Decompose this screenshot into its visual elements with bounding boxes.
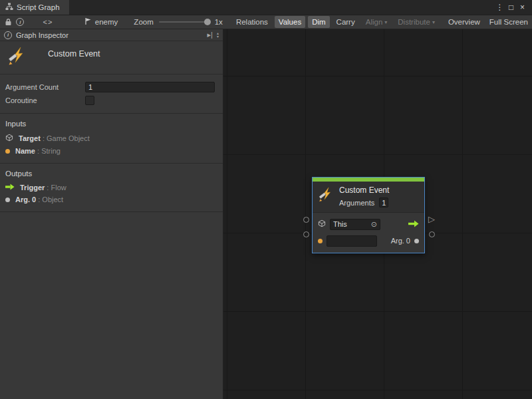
argument-count-row: Argument Count [5, 80, 215, 94]
graph-asset[interactable]: enemy [84, 17, 118, 27]
name-input-field[interactable] [327, 235, 377, 247]
script-graph-window: Script Graph ⋮ □ × i <> enemy Zoom 1x [0, 0, 532, 399]
window-titlebar: Script Graph ⋮ □ × [0, 0, 532, 15]
node-ports: This ⊙ Arg. 0 [313, 213, 424, 253]
fullscreen-button[interactable]: Full Screen [485, 16, 532, 28]
relations-button[interactable]: Relations [232, 16, 272, 28]
panel-stepper[interactable]: ▴ ▾ [217, 32, 219, 39]
graph-canvas[interactable]: Custom Event Arguments 1 This ⊙ [223, 29, 532, 399]
cube-icon [5, 134, 13, 143]
window-menu-icon[interactable]: ⋮ [494, 3, 505, 12]
inputs-header: Inputs [0, 117, 223, 132]
coroutine-row: Coroutine [5, 94, 215, 107]
object-picker-icon[interactable]: ⊙ [371, 221, 377, 227]
port-type: : Game Object [43, 134, 90, 142]
script-graph-icon [5, 3, 13, 12]
coroutine-checkbox[interactable] [85, 96, 94, 105]
code-view-icon[interactable]: <> [42, 16, 54, 28]
zoom-slider[interactable] [159, 21, 208, 23]
input-row-name: Name : String [0, 145, 223, 157]
info-icon: i [4, 31, 12, 39]
maximize-icon[interactable]: □ [505, 3, 517, 12]
zoom-slider-knob[interactable] [204, 19, 211, 25]
target-value: This [333, 220, 347, 228]
trigger-flow-icon[interactable] [408, 220, 419, 229]
coroutine-label: Coroutine [5, 96, 85, 104]
distribute-label: Distribute [398, 18, 430, 26]
zoom-label: Zoom [134, 18, 153, 26]
info-toggle-icon[interactable]: i [15, 16, 27, 28]
arg0-label: Arg. 0 [391, 237, 410, 245]
input-row-target: Target : Game Object [0, 132, 223, 145]
graph-asset-icon [84, 17, 92, 27]
cube-icon [318, 219, 326, 229]
custom-event-icon [8, 47, 28, 68]
output-port-arg0-outer[interactable] [429, 231, 435, 237]
unit-header: Custom Event [0, 41, 223, 74]
port-name: Target [19, 134, 41, 142]
graph-toolbar: i <> enemy Zoom 1x Relations Values Dim … [0, 15, 532, 29]
arg0-output-port[interactable] [414, 239, 419, 243]
argument-count-input[interactable] [85, 82, 215, 92]
input-port-target-outer[interactable] [303, 217, 309, 223]
carry-button[interactable]: Carry [332, 16, 359, 28]
port-name: Arg. 0 [15, 196, 36, 203]
inspector-title: Graph Inspector [16, 31, 68, 39]
lock-icon[interactable] [3, 16, 15, 28]
node-title: Custom Event [339, 186, 419, 195]
dock-icon[interactable]: ▸| [207, 31, 213, 39]
values-button[interactable]: Values [275, 16, 305, 28]
flow-arrow-icon [5, 184, 15, 192]
tab-script-graph[interactable]: Script Graph [0, 0, 69, 15]
port-type: : Flow [47, 184, 66, 192]
node-header[interactable]: Custom Event Arguments 1 [313, 182, 424, 213]
target-port-row: This ⊙ [318, 218, 419, 230]
chevron-down-icon: ▾ [384, 19, 387, 25]
outputs-header: Outputs [0, 167, 223, 182]
name-value-port[interactable] [318, 239, 323, 243]
unit-settings: Argument Count Coroutine [0, 74, 223, 114]
outputs-section: Outputs Trigger : Flow Arg. 0 : Object [0, 164, 223, 212]
output-row-arg0: Arg. 0 : Object [0, 194, 223, 205]
distribute-dropdown[interactable]: Distribute ▾ [394, 16, 439, 28]
overview-button[interactable]: Overview [444, 16, 484, 28]
port-name: Trigger [20, 184, 45, 192]
input-port-name-outer[interactable] [303, 231, 309, 237]
inputs-section: Inputs Target : Game Object Name : Strin… [0, 114, 223, 164]
value-port-icon [5, 149, 10, 154]
graph-inspector-panel: i Graph Inspector ▸| ▴ ▾ Custom Event [0, 29, 223, 399]
object-port-icon [5, 198, 10, 202]
node-arguments-label: Arguments [339, 199, 374, 207]
stepper-down-icon: ▾ [217, 35, 219, 39]
output-row-trigger: Trigger : Flow [0, 182, 223, 194]
arg0-port-row: Arg. 0 [318, 235, 419, 247]
custom-event-icon [319, 187, 334, 204]
node-arguments-count[interactable]: 1 [379, 198, 388, 207]
align-label: Align [366, 18, 383, 26]
window-controls: ⋮ □ × [494, 0, 532, 15]
chevron-down-icon: ▾ [432, 19, 435, 25]
custom-event-node[interactable]: Custom Event Arguments 1 This ⊙ [312, 177, 425, 253]
graph-asset-name: enemy [95, 18, 118, 26]
name-input[interactable] [330, 237, 374, 245]
port-type: : Object [38, 196, 63, 203]
close-icon[interactable]: × [517, 3, 528, 12]
tab-title: Script Graph [17, 3, 60, 11]
port-type: : String [37, 147, 61, 155]
output-port-trigger-outer[interactable]: ▷ [428, 215, 435, 223]
target-object-field[interactable]: This ⊙ [330, 219, 380, 230]
inspector-header: i Graph Inspector ▸| ▴ ▾ [0, 29, 223, 41]
argument-count-label: Argument Count [5, 83, 85, 91]
unit-title: Custom Event [48, 49, 100, 59]
align-dropdown[interactable]: Align ▾ [362, 16, 392, 28]
port-name: Name [15, 147, 35, 155]
dim-button[interactable]: Dim [308, 16, 329, 28]
zoom-value: 1x [215, 18, 223, 26]
